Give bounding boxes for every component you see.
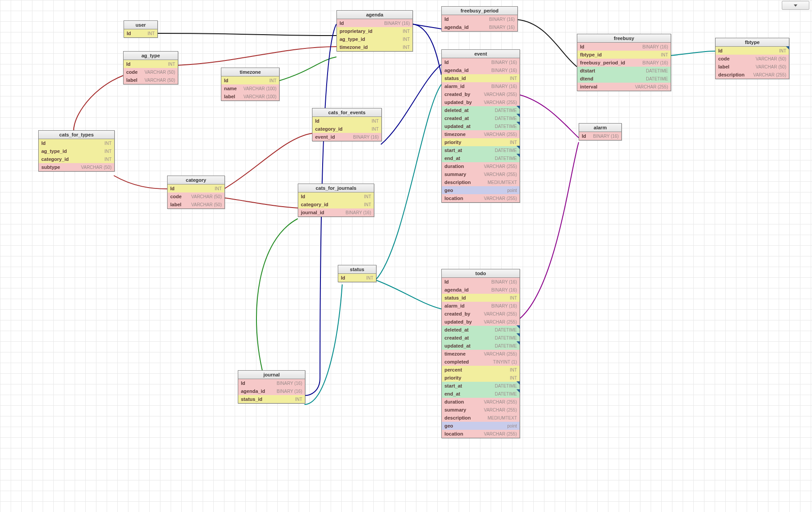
table-column[interactable]: nameVARCHAR (100) [221, 84, 279, 92]
table-agenda[interactable]: agendaIdBINARY (16)proprietary_idINTag_t… [336, 10, 413, 52]
table-header[interactable]: alarm [579, 124, 621, 132]
table-category[interactable]: categoryIdINTcodeVARCHAR (50)labelVARCHA… [167, 176, 225, 209]
table-column[interactable]: dtstartDATETIME [577, 67, 671, 75]
table-column[interactable]: IdINT [124, 60, 178, 68]
table-column[interactable]: IdINT [338, 274, 376, 282]
table-todo[interactable]: todoIdBINARY (16)agenda_idBINARY (16)sta… [441, 269, 520, 438]
table-column[interactable]: labelVARCHAR (50) [124, 76, 178, 84]
table-column[interactable]: labelVARCHAR (50) [168, 200, 224, 208]
table-event[interactable]: eventIdBINARY (16)agenda_idBINARY (16)st… [441, 49, 520, 203]
table-cats_for_events[interactable]: cats_for_eventsIdINTcategory_idINTevent_… [312, 108, 382, 141]
table-column[interactable]: fbtype_idINT [577, 51, 671, 59]
table-fbtype[interactable]: fbtypeIdINTcodeVARCHAR (50)labelVARCHAR … [715, 38, 789, 79]
table-column[interactable]: alarm_idBINARY (16) [442, 82, 520, 90]
table-column[interactable]: status_idINT [238, 395, 305, 403]
table-column[interactable]: subtypeVARCHAR (50) [39, 163, 114, 171]
table-header[interactable]: journal [238, 371, 305, 379]
table-column[interactable]: event_idBINARY (16) [312, 133, 381, 141]
table-column[interactable]: IdBINARY (16) [442, 15, 517, 23]
table-column[interactable]: codeVARCHAR (50) [168, 192, 224, 200]
table-ag_type[interactable]: ag_typeIdINTcodeVARCHAR (50)labelVARCHAR… [123, 51, 178, 84]
erd-canvas[interactable]: userIdINTag_typeIdINTcodeVARCHAR (50)lab… [0, 0, 812, 512]
table-column[interactable]: IdINT [168, 184, 224, 192]
table-cats_for_types[interactable]: cats_for_typesIdINTag_type_idINTcategory… [38, 130, 115, 172]
table-column[interactable]: agenda_idBINARY (16) [442, 286, 520, 294]
table-column[interactable]: start_atDATETIME [442, 146, 520, 154]
table-journal[interactable]: journalIdBINARY (16)agenda_idBINARY (16)… [238, 370, 305, 404]
table-column[interactable]: proprietary_idINT [337, 27, 412, 35]
table-header[interactable]: fbtype [716, 38, 789, 47]
table-column[interactable]: IdINT [39, 139, 114, 147]
table-column[interactable]: labelVARCHAR (50) [716, 63, 789, 71]
table-column[interactable]: geopoint [442, 422, 520, 430]
table-column[interactable]: geopoint [442, 186, 520, 194]
menu-dropdown-button[interactable] [782, 1, 809, 10]
table-column[interactable]: codeVARCHAR (50) [124, 68, 178, 76]
table-column[interactable]: start_atDATETIME [442, 382, 520, 390]
table-column[interactable]: end_atDATETIME [442, 390, 520, 398]
table-cats_for_journals[interactable]: cats_for_journalsIdINTcategory_idINTjour… [298, 184, 374, 217]
table-column[interactable]: journal_idBINARY (16) [298, 208, 374, 216]
table-column[interactable]: dtendDATETIME [577, 75, 671, 83]
table-status[interactable]: statusIdINT [338, 265, 376, 282]
table-header[interactable]: ag_type [124, 52, 178, 60]
table-column[interactable]: IdBINARY (16) [577, 43, 671, 51]
table-header[interactable]: todo [442, 269, 520, 278]
table-column[interactable]: agenda_idBINARY (16) [442, 66, 520, 74]
table-freebusy_period[interactable]: freebusy_periodIdBINARY (16)agenda_idBIN… [441, 6, 518, 32]
table-column[interactable]: timezone_idINT [337, 43, 412, 51]
table-column[interactable]: descriptionMEDIUMTEXT [442, 414, 520, 422]
table-column[interactable]: intervalVARCHAR (255) [577, 83, 671, 91]
table-column[interactable]: status_idINT [442, 74, 520, 82]
table-header[interactable]: category [168, 176, 224, 184]
table-column[interactable]: IdBINARY (16) [442, 278, 520, 286]
table-column[interactable]: IdINT [298, 192, 374, 200]
table-column[interactable]: IdINT [221, 76, 279, 84]
table-column[interactable]: category_idINT [39, 155, 114, 163]
table-column[interactable]: codeVARCHAR (50) [716, 55, 789, 63]
table-freebusy[interactable]: freebusyIdBINARY (16)fbtype_idINTfreebus… [577, 34, 671, 91]
table-column[interactable]: priorityINT [442, 374, 520, 382]
table-column[interactable]: agenda_idBINARY (16) [238, 387, 305, 395]
table-column[interactable]: IdBINARY (16) [579, 132, 621, 140]
table-column[interactable]: created_atDATETIME [442, 334, 520, 342]
table-column[interactable]: IdINT [312, 117, 381, 125]
table-column[interactable]: created_byVARCHAR (255) [442, 90, 520, 98]
table-timezone[interactable]: timezoneIdINTnameVARCHAR (100)labelVARCH… [221, 68, 280, 101]
table-column[interactable]: durationVARCHAR (255) [442, 162, 520, 170]
table-column[interactable]: descriptionVARCHAR (255) [716, 71, 789, 79]
table-column[interactable]: durationVARCHAR (255) [442, 398, 520, 406]
table-header[interactable]: event [442, 50, 520, 58]
table-header[interactable]: agenda [337, 11, 412, 19]
table-column[interactable]: status_idINT [442, 294, 520, 302]
table-column[interactable]: IdINT [124, 29, 157, 37]
table-column[interactable]: locationVARCHAR (255) [442, 194, 520, 202]
table-column[interactable]: summaryVARCHAR (255) [442, 170, 520, 178]
table-header[interactable]: timezone [221, 68, 279, 76]
table-header[interactable]: user [124, 21, 157, 29]
table-column[interactable]: end_atDATETIME [442, 154, 520, 162]
table-column[interactable]: IdBINARY (16) [238, 379, 305, 387]
table-header[interactable]: freebusy_period [442, 7, 517, 15]
table-column[interactable]: updated_atDATETIME [442, 122, 520, 130]
table-column[interactable]: category_idINT [312, 125, 381, 133]
table-column[interactable]: IdBINARY (16) [442, 58, 520, 66]
table-header[interactable]: cats_for_types [39, 131, 114, 139]
table-column[interactable]: agenda_idBINARY (16) [442, 23, 517, 31]
table-column[interactable]: created_byVARCHAR (255) [442, 310, 520, 318]
table-header[interactable]: cats_for_events [312, 108, 381, 117]
table-column[interactable]: deleted_atDATETIME [442, 326, 520, 334]
table-user[interactable]: userIdINT [124, 20, 158, 38]
table-column[interactable]: timezoneVARCHAR (255) [442, 130, 520, 138]
table-header[interactable]: freebusy [577, 34, 671, 43]
table-column[interactable]: completedTINYINT (1) [442, 358, 520, 366]
table-column[interactable]: labelVARCHAR (100) [221, 92, 279, 100]
table-column[interactable]: priorityINT [442, 138, 520, 146]
table-column[interactable]: updated_atDATETIME [442, 342, 520, 350]
table-column[interactable]: IdINT [716, 47, 789, 55]
table-column[interactable]: created_atDATETIME [442, 114, 520, 122]
table-column[interactable]: category_idINT [298, 200, 374, 208]
table-column[interactable]: updated_byVARCHAR (255) [442, 98, 520, 106]
table-column[interactable]: updated_byVARCHAR (255) [442, 318, 520, 326]
table-column[interactable]: timezoneVARCHAR (255) [442, 350, 520, 358]
